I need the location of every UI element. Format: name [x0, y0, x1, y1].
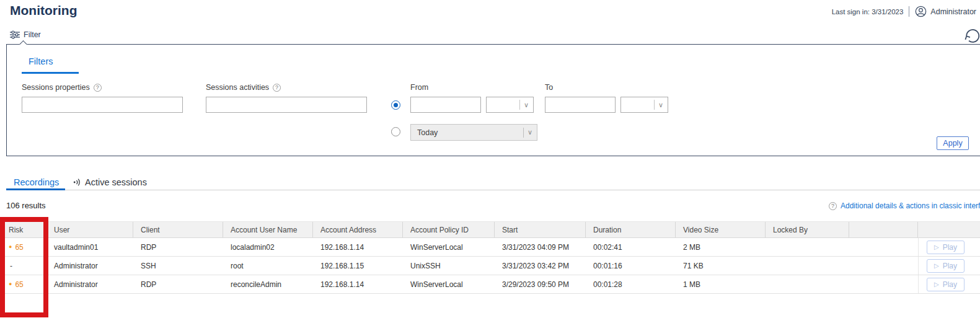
last-sign-in-label: Last sign in: 3/31/2023 [832, 8, 904, 15]
user-name-label: Administrator [930, 7, 976, 16]
page-title: Monitoring [10, 3, 77, 18]
live-sessions-icon [73, 178, 81, 187]
play-button[interactable]: ▷ Play [927, 259, 965, 273]
column-header-account-policy-id[interactable]: Account Policy ID [403, 222, 495, 237]
duration-cell: 00:02:41 [586, 238, 676, 256]
column-header-user[interactable]: User [46, 222, 133, 237]
video-size-cell: 71 KB [676, 257, 766, 275]
user-menu[interactable]: Administrator [915, 6, 976, 17]
column-header-video-size[interactable]: Video Size [676, 222, 766, 237]
account-user-name-cell: root [223, 257, 313, 275]
column-header-locked-by[interactable]: Locked By [766, 222, 849, 237]
risk-cell: ● 65 [1, 238, 46, 256]
active-sessions-label: Active sessions [85, 177, 147, 187]
account-user-name-cell: localadmin02 [223, 238, 313, 256]
sessions-activities-label: Sessions activities ? [206, 83, 281, 92]
help-icon[interactable]: ? [273, 84, 281, 92]
user-cell: Administrator [46, 275, 133, 293]
risk-score: - [9, 262, 12, 270]
from-time-select[interactable]: ∨ [486, 97, 534, 113]
date-range-radio[interactable] [391, 100, 400, 110]
help-icon[interactable]: ? [94, 84, 102, 92]
classic-interface-link[interactable]: ? Additional details & actions in classi… [829, 201, 980, 210]
sessions-properties-label: Sessions properties ? [22, 83, 102, 92]
column-header-start[interactable]: Start [495, 222, 586, 237]
to-date-input[interactable] [545, 97, 616, 113]
to-time-select[interactable]: ∨ [620, 97, 668, 113]
client-cell: RDP [133, 275, 223, 293]
tab-recordings[interactable]: Recordings [14, 177, 59, 187]
empty-cell [849, 257, 918, 275]
play-button[interactable]: ▷ Play [927, 241, 965, 254]
filters-panel: Filters Sessions properties ? Sessions a… [6, 44, 980, 156]
account-policy-id-cell: WinServerLocal [403, 275, 495, 293]
panel-notch [19, 40, 27, 48]
chevron-down-icon: ∨ [528, 128, 532, 136]
sessions-properties-input[interactable] [22, 97, 183, 113]
actions-cell: ▷ Play [918, 257, 980, 275]
locked-by-cell [766, 257, 849, 275]
from-date-input[interactable] [410, 97, 481, 113]
select-divider [519, 100, 520, 110]
account-user-name-cell: reconcileAdmin [223, 275, 313, 293]
predefined-range-value: Today [417, 128, 438, 137]
risk-cell: ● 65 [1, 275, 46, 293]
risk-dot-icon: ● [9, 244, 12, 250]
play-icon: ▷ [934, 244, 939, 250]
apply-button[interactable]: Apply [937, 136, 969, 150]
user-cell: Administrator [46, 257, 133, 275]
risk-score: 65 [15, 280, 23, 289]
empty-cell [849, 275, 918, 293]
play-icon: ▷ [934, 262, 939, 269]
column-header-client[interactable]: Client [133, 222, 223, 237]
risk-cell: - [1, 257, 46, 275]
account-address-cell: 192.168.1.15 [313, 257, 403, 275]
play-icon: ▷ [934, 281, 939, 288]
account-address-cell: 192.168.1.14 [313, 275, 403, 293]
classic-link-label: Additional details & actions in classic … [841, 201, 980, 210]
client-cell: RDP [133, 238, 223, 256]
filter-toggle[interactable]: Filter [10, 30, 41, 39]
user-avatar-icon [915, 6, 927, 17]
account-policy-id-cell: UnixSSH [403, 257, 495, 275]
filter-icon [10, 30, 20, 39]
recordings-table: Risk User Client Account User Name Accou… [1, 221, 980, 294]
risk-dot-icon: ● [9, 281, 12, 287]
start-cell: 3/29/2023 09:50 PM [495, 275, 586, 293]
column-header-account-address[interactable]: Account Address [313, 222, 403, 237]
monitoring-page: { "header": { "title": "Monitoring", "la… [0, 0, 980, 336]
tab-filters[interactable]: Filters [29, 56, 53, 66]
locked-by-cell [766, 275, 849, 293]
column-header-empty [849, 222, 918, 237]
chevron-down-icon: ∨ [524, 101, 529, 109]
filter-label: Filter [24, 30, 41, 39]
sessions-activities-input[interactable] [206, 97, 367, 113]
column-header-duration[interactable]: Duration [586, 222, 676, 237]
to-label: To [545, 83, 553, 92]
account-policy-id-cell: WinServerLocal [403, 238, 495, 256]
column-header-account-user-name[interactable]: Account User Name [223, 222, 313, 237]
duration-cell: 00:01:28 [586, 275, 676, 293]
tab-active-sessions[interactable]: Active sessions [73, 177, 147, 187]
video-size-cell: 2 MB [676, 238, 766, 256]
table-header-row: Risk User Client Account User Name Accou… [1, 221, 980, 238]
table-row[interactable]: ● 65 Administrator RDP reconcileAdmin 19… [1, 275, 980, 294]
locked-by-cell [766, 238, 849, 256]
duration-cell: 00:01:16 [586, 257, 676, 275]
from-label: From [410, 83, 428, 92]
recordings-tab-underline [6, 188, 65, 190]
play-button[interactable]: ▷ Play [927, 278, 965, 291]
table-row[interactable]: ● 65 vaultadmin01 RDP localadmin02 192.1… [1, 238, 980, 257]
header-user-area: Last sign in: 3/31/2023 Administrator [832, 6, 976, 17]
account-address-cell: 192.168.1.14 [313, 238, 403, 256]
actions-cell: ▷ Play [918, 238, 980, 256]
table-row[interactable]: - Administrator SSH root 192.168.1.15 Un… [1, 257, 980, 275]
actions-cell: ▷ Play [918, 275, 980, 293]
refresh-button[interactable] [961, 26, 980, 45]
start-cell: 3/31/2023 03:42 PM [495, 257, 586, 275]
predefined-range-select[interactable]: Today ∨ [410, 124, 537, 141]
client-cell: SSH [133, 257, 223, 275]
user-cell: vaultadmin01 [46, 238, 133, 256]
column-header-risk[interactable]: Risk [1, 222, 46, 237]
predefined-range-radio[interactable] [391, 127, 400, 136]
